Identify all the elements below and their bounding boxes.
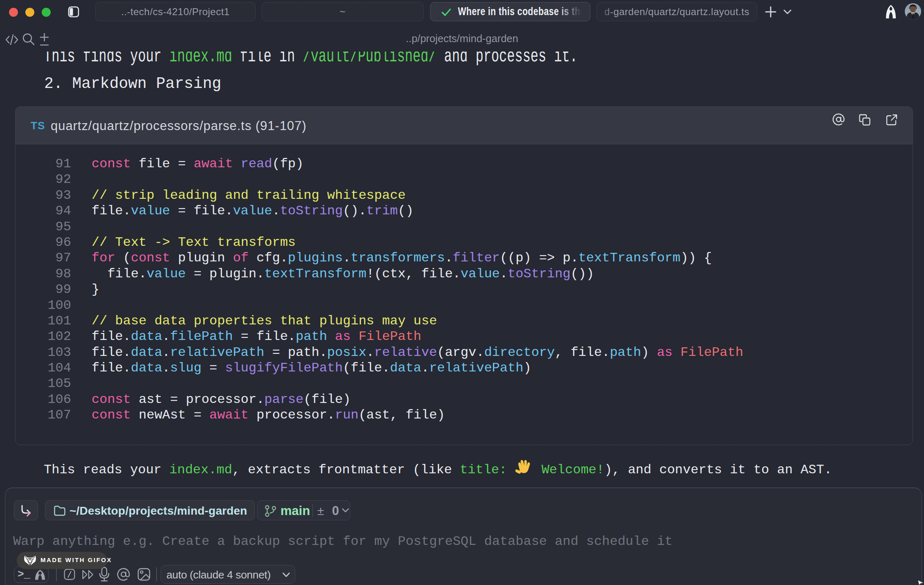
svg-text:This finds your index.md file: This finds your index.md file in /vault/… [44,52,578,67]
